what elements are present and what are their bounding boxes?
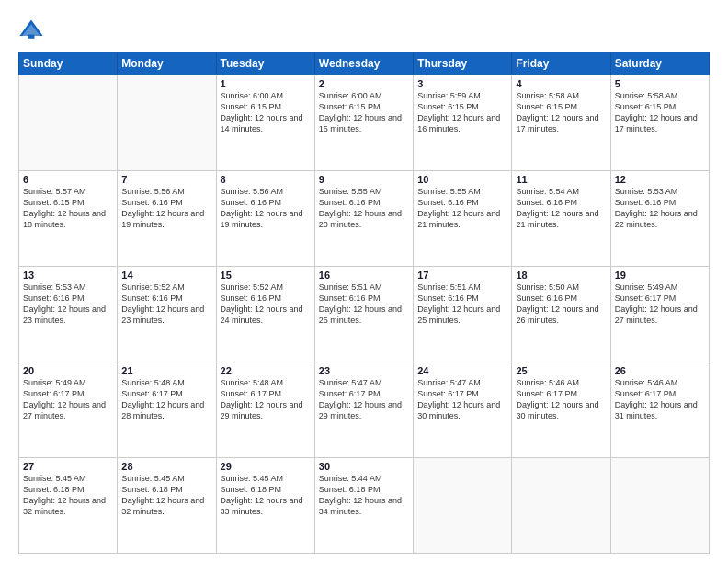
day-info: Sunrise: 5:55 AM Sunset: 6:16 PM Dayligh… bbox=[417, 186, 507, 231]
day-info: Sunrise: 5:45 AM Sunset: 6:18 PM Dayligh… bbox=[23, 473, 113, 518]
day-cell: 15Sunrise: 5:52 AM Sunset: 6:16 PM Dayli… bbox=[216, 267, 314, 362]
day-cell: 27Sunrise: 5:45 AM Sunset: 6:18 PM Dayli… bbox=[19, 458, 118, 554]
day-cell: 19Sunrise: 5:49 AM Sunset: 6:17 PM Dayli… bbox=[610, 267, 709, 362]
day-info: Sunrise: 5:58 AM Sunset: 6:15 PM Dayligh… bbox=[516, 90, 606, 135]
day-cell: 11Sunrise: 5:54 AM Sunset: 6:16 PM Dayli… bbox=[512, 171, 610, 267]
day-cell: 4Sunrise: 5:58 AM Sunset: 6:15 PM Daylig… bbox=[512, 75, 610, 171]
logo bbox=[18, 17, 46, 42]
day-info: Sunrise: 5:58 AM Sunset: 6:15 PM Dayligh… bbox=[615, 90, 705, 135]
day-cell: 7Sunrise: 5:56 AM Sunset: 6:16 PM Daylig… bbox=[118, 171, 216, 267]
day-cell bbox=[118, 75, 216, 171]
day-cell: 26Sunrise: 5:46 AM Sunset: 6:17 PM Dayli… bbox=[610, 362, 709, 458]
weekday-saturday: Saturday bbox=[610, 52, 709, 75]
day-cell: 10Sunrise: 5:55 AM Sunset: 6:16 PM Dayli… bbox=[414, 171, 512, 267]
weekday-monday: Monday bbox=[118, 52, 216, 75]
weekday-sunday: Sunday bbox=[19, 52, 118, 75]
logo-icon bbox=[18, 17, 44, 42]
day-number: 13 bbox=[23, 270, 113, 281]
day-info: Sunrise: 5:46 AM Sunset: 6:17 PM Dayligh… bbox=[615, 377, 705, 422]
day-number: 27 bbox=[23, 461, 113, 472]
day-info: Sunrise: 6:00 AM Sunset: 6:15 PM Dayligh… bbox=[319, 90, 409, 135]
day-cell: 8Sunrise: 5:56 AM Sunset: 6:16 PM Daylig… bbox=[216, 171, 314, 267]
svg-rect-2 bbox=[28, 35, 35, 39]
day-number: 15 bbox=[221, 270, 311, 281]
day-number: 2 bbox=[319, 78, 409, 89]
day-number: 21 bbox=[121, 365, 211, 376]
day-info: Sunrise: 5:51 AM Sunset: 6:16 PM Dayligh… bbox=[417, 282, 507, 327]
day-info: Sunrise: 5:49 AM Sunset: 6:17 PM Dayligh… bbox=[615, 282, 705, 327]
day-cell bbox=[414, 458, 512, 554]
day-info: Sunrise: 5:52 AM Sunset: 6:16 PM Dayligh… bbox=[221, 282, 311, 327]
day-cell bbox=[610, 458, 709, 554]
day-number: 8 bbox=[221, 174, 311, 185]
day-number: 28 bbox=[121, 461, 211, 472]
day-info: Sunrise: 5:48 AM Sunset: 6:17 PM Dayligh… bbox=[121, 377, 211, 422]
day-cell: 24Sunrise: 5:47 AM Sunset: 6:17 PM Dayli… bbox=[414, 362, 512, 458]
day-info: Sunrise: 6:00 AM Sunset: 6:15 PM Dayligh… bbox=[221, 90, 311, 135]
day-number: 19 bbox=[615, 270, 705, 281]
day-info: Sunrise: 5:48 AM Sunset: 6:17 PM Dayligh… bbox=[221, 377, 311, 422]
weekday-header-row: SundayMondayTuesdayWednesdayThursdayFrid… bbox=[19, 52, 710, 75]
day-cell: 20Sunrise: 5:49 AM Sunset: 6:17 PM Dayli… bbox=[19, 362, 118, 458]
day-info: Sunrise: 5:59 AM Sunset: 6:15 PM Dayligh… bbox=[417, 90, 507, 135]
day-cell: 29Sunrise: 5:45 AM Sunset: 6:18 PM Dayli… bbox=[216, 458, 314, 554]
day-cell bbox=[512, 458, 610, 554]
day-cell: 2Sunrise: 6:00 AM Sunset: 6:15 PM Daylig… bbox=[314, 75, 413, 171]
week-row-3: 20Sunrise: 5:49 AM Sunset: 6:17 PM Dayli… bbox=[19, 362, 710, 458]
day-info: Sunrise: 5:56 AM Sunset: 6:16 PM Dayligh… bbox=[221, 186, 311, 231]
weekday-friday: Friday bbox=[512, 52, 610, 75]
day-number: 11 bbox=[516, 174, 606, 185]
day-number: 9 bbox=[319, 174, 409, 185]
day-cell: 6Sunrise: 5:57 AM Sunset: 6:15 PM Daylig… bbox=[19, 171, 118, 267]
day-number: 6 bbox=[23, 174, 113, 185]
day-number: 24 bbox=[417, 365, 507, 376]
day-number: 20 bbox=[23, 365, 113, 376]
day-number: 22 bbox=[221, 365, 311, 376]
day-info: Sunrise: 5:47 AM Sunset: 6:17 PM Dayligh… bbox=[417, 377, 507, 422]
day-info: Sunrise: 5:46 AM Sunset: 6:17 PM Dayligh… bbox=[516, 377, 606, 422]
day-cell: 9Sunrise: 5:55 AM Sunset: 6:16 PM Daylig… bbox=[314, 171, 413, 267]
day-info: Sunrise: 5:56 AM Sunset: 6:16 PM Dayligh… bbox=[121, 186, 211, 231]
day-info: Sunrise: 5:54 AM Sunset: 6:16 PM Dayligh… bbox=[516, 186, 606, 231]
day-info: Sunrise: 5:52 AM Sunset: 6:16 PM Dayligh… bbox=[121, 282, 211, 327]
day-number: 14 bbox=[121, 270, 211, 281]
day-number: 23 bbox=[319, 365, 409, 376]
day-number: 5 bbox=[615, 78, 705, 89]
day-cell: 18Sunrise: 5:50 AM Sunset: 6:16 PM Dayli… bbox=[512, 267, 610, 362]
day-cell: 21Sunrise: 5:48 AM Sunset: 6:17 PM Dayli… bbox=[118, 362, 216, 458]
weekday-tuesday: Tuesday bbox=[216, 52, 314, 75]
day-cell bbox=[19, 75, 118, 171]
day-cell: 30Sunrise: 5:44 AM Sunset: 6:18 PM Dayli… bbox=[314, 458, 413, 554]
day-cell: 5Sunrise: 5:58 AM Sunset: 6:15 PM Daylig… bbox=[610, 75, 709, 171]
day-number: 26 bbox=[615, 365, 705, 376]
weekday-thursday: Thursday bbox=[414, 52, 512, 75]
week-row-4: 27Sunrise: 5:45 AM Sunset: 6:18 PM Dayli… bbox=[19, 458, 710, 554]
day-info: Sunrise: 5:44 AM Sunset: 6:18 PM Dayligh… bbox=[319, 473, 409, 518]
day-info: Sunrise: 5:51 AM Sunset: 6:16 PM Dayligh… bbox=[319, 282, 409, 327]
page: SundayMondayTuesdayWednesdayThursdayFrid… bbox=[0, 0, 728, 563]
day-cell: 28Sunrise: 5:45 AM Sunset: 6:18 PM Dayli… bbox=[118, 458, 216, 554]
day-cell: 22Sunrise: 5:48 AM Sunset: 6:17 PM Dayli… bbox=[216, 362, 314, 458]
day-number: 7 bbox=[121, 174, 211, 185]
day-number: 18 bbox=[516, 270, 606, 281]
day-number: 4 bbox=[516, 78, 606, 89]
day-cell: 23Sunrise: 5:47 AM Sunset: 6:17 PM Dayli… bbox=[314, 362, 413, 458]
day-number: 17 bbox=[417, 270, 507, 281]
day-info: Sunrise: 5:47 AM Sunset: 6:17 PM Dayligh… bbox=[319, 377, 409, 422]
day-info: Sunrise: 5:50 AM Sunset: 6:16 PM Dayligh… bbox=[516, 282, 606, 327]
weekday-wednesday: Wednesday bbox=[314, 52, 413, 75]
day-number: 10 bbox=[417, 174, 507, 185]
day-number: 3 bbox=[417, 78, 507, 89]
day-number: 1 bbox=[221, 78, 311, 89]
day-number: 30 bbox=[319, 461, 409, 472]
day-info: Sunrise: 5:57 AM Sunset: 6:15 PM Dayligh… bbox=[23, 186, 113, 231]
day-number: 12 bbox=[615, 174, 705, 185]
day-info: Sunrise: 5:55 AM Sunset: 6:16 PM Dayligh… bbox=[319, 186, 409, 231]
day-cell: 16Sunrise: 5:51 AM Sunset: 6:16 PM Dayli… bbox=[314, 267, 413, 362]
day-info: Sunrise: 5:49 AM Sunset: 6:17 PM Dayligh… bbox=[23, 377, 113, 422]
calendar: SundayMondayTuesdayWednesdayThursdayFrid… bbox=[18, 52, 710, 554]
day-number: 25 bbox=[516, 365, 606, 376]
day-cell: 12Sunrise: 5:53 AM Sunset: 6:16 PM Dayli… bbox=[610, 171, 709, 267]
day-number: 16 bbox=[319, 270, 409, 281]
day-cell: 3Sunrise: 5:59 AM Sunset: 6:15 PM Daylig… bbox=[414, 75, 512, 171]
